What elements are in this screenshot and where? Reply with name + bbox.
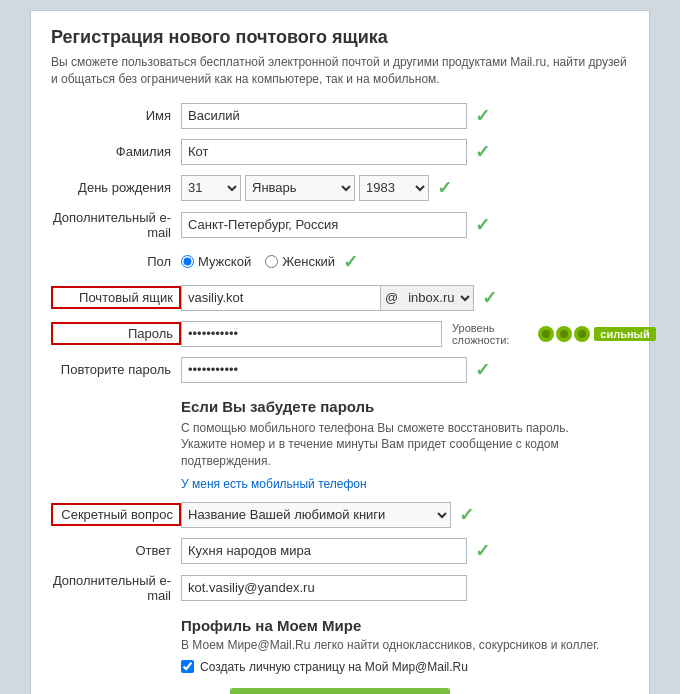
- gender-field-area: Мужской Женский ✓: [181, 251, 629, 273]
- city-field-area: ✓: [181, 212, 629, 238]
- recovery-title: Если Вы забудете пароль: [181, 398, 629, 415]
- name-check: ✓: [475, 105, 490, 127]
- strength-value: сильный: [594, 327, 655, 341]
- svg-point-1: [560, 330, 568, 338]
- gender-check: ✓: [343, 251, 358, 273]
- password-input[interactable]: [181, 321, 442, 347]
- dob-row: День рождения 31 Январь Февраль Март Апр…: [51, 174, 629, 202]
- dob-selects: 31 Январь Февраль Март Апрель Май Июнь И…: [181, 175, 429, 201]
- dob-check: ✓: [437, 177, 452, 199]
- email-at: @: [381, 290, 402, 305]
- strength-icons: [538, 326, 590, 342]
- secret-field-area: Название Вашей любимой книги Имя Вашего …: [181, 502, 629, 528]
- confirm-label: Повторите пароль: [51, 362, 181, 377]
- recovery-desc: С помощью мобильного телефона Вы сможете…: [181, 420, 629, 470]
- surname-check: ✓: [475, 141, 490, 163]
- recovery-section: Если Вы забудете пароль С помощью мобиль…: [181, 398, 629, 491]
- extra-email-input[interactable]: [181, 575, 467, 601]
- email-row: Почтовый ящик @ inbox.ru mail.ru bk.ru l…: [51, 284, 629, 312]
- surname-field-area: ✓: [181, 139, 629, 165]
- register-button[interactable]: Зарегистрироваться: [230, 688, 450, 694]
- email-input[interactable]: [181, 285, 381, 311]
- profile-checkbox-label: Создать личную страницу на Мой Мир@Mail.…: [200, 660, 468, 674]
- strength-label: Уровень сложности:: [452, 322, 534, 346]
- answer-label: Ответ: [51, 543, 181, 558]
- strength-icon-3: [574, 326, 590, 342]
- gender-options: Мужской Женский: [181, 254, 335, 269]
- extra-email-field-area: [181, 575, 629, 601]
- registration-form: Регистрация нового почтового ящика Вы см…: [30, 10, 650, 694]
- gender-male-label: Мужской: [198, 254, 251, 269]
- answer-input[interactable]: [181, 538, 467, 564]
- profile-checkbox[interactable]: [181, 660, 194, 673]
- name-row: Имя ✓: [51, 102, 629, 130]
- answer-row: Ответ ✓: [51, 537, 629, 565]
- password-strength-area: Уровень сложности: сильный: [452, 322, 656, 346]
- profile-checkbox-row[interactable]: Создать личную страницу на Мой Мир@Mail.…: [181, 660, 629, 674]
- strength-icon-1: [538, 326, 554, 342]
- city-label: Дополнительный e-mail: [51, 210, 181, 240]
- strength-icon-2: [556, 326, 572, 342]
- surname-label: Фамилия: [51, 144, 181, 159]
- email-input-area: @ inbox.ru mail.ru bk.ru list.ru: [181, 285, 474, 311]
- answer-field-area: ✓: [181, 538, 629, 564]
- confirm-field-area: ✓: [181, 357, 629, 383]
- city-check: ✓: [475, 214, 490, 236]
- email-domain-select[interactable]: inbox.ru mail.ru bk.ru list.ru: [402, 286, 473, 310]
- password-label: Пароль: [51, 322, 181, 345]
- gender-label: Пол: [51, 254, 181, 269]
- profile-title: Профиль на Моем Мире: [181, 617, 629, 634]
- password-field-area: Уровень сложности: сильный: [181, 321, 656, 347]
- secret-check: ✓: [459, 504, 474, 526]
- profile-desc: В Моем Мире@Mail.Ru легко найти одноклас…: [181, 638, 629, 652]
- city-row: Дополнительный e-mail ✓: [51, 210, 629, 240]
- email-domain-area: @ inbox.ru mail.ru bk.ru list.ru: [381, 285, 474, 311]
- secret-label: Секретный вопрос: [51, 503, 181, 526]
- gender-row: Пол Мужской Женский ✓: [51, 248, 629, 276]
- surname-row: Фамилия ✓: [51, 138, 629, 166]
- dob-month-select[interactable]: Январь Февраль Март Апрель Май Июнь Июль…: [245, 175, 355, 201]
- dob-year-select[interactable]: 1983: [359, 175, 429, 201]
- secret-select[interactable]: Название Вашей любимой книги Имя Вашего …: [181, 502, 451, 528]
- register-btn-area: Зарегистрироваться: [51, 688, 629, 694]
- email-check: ✓: [482, 287, 497, 309]
- svg-point-0: [542, 330, 550, 338]
- confirm-input[interactable]: [181, 357, 467, 383]
- gender-male-option[interactable]: Мужской: [181, 254, 251, 269]
- dob-field-area: 31 Январь Февраль Март Апрель Май Июнь И…: [181, 175, 629, 201]
- city-input[interactable]: [181, 212, 467, 238]
- answer-check: ✓: [475, 540, 490, 562]
- name-field-area: ✓: [181, 103, 629, 129]
- page-subtitle: Вы сможете пользоваться бесплатной элект…: [51, 54, 629, 88]
- gender-female-option[interactable]: Женский: [265, 254, 335, 269]
- gender-female-label: Женский: [282, 254, 335, 269]
- phone-link[interactable]: У меня есть мобильный телефон: [181, 477, 367, 491]
- name-label: Имя: [51, 108, 181, 123]
- secret-row: Секретный вопрос Название Вашей любимой …: [51, 501, 629, 529]
- extra-email-label: Дополнительный e-mail: [51, 573, 181, 603]
- profile-section: Профиль на Моем Мире В Моем Мире@Mail.Ru…: [181, 617, 629, 674]
- dob-day-select[interactable]: 31: [181, 175, 241, 201]
- svg-point-2: [578, 330, 586, 338]
- extra-email-row: Дополнительный e-mail: [51, 573, 629, 603]
- confirm-password-row: Повторите пароль ✓: [51, 356, 629, 384]
- surname-input[interactable]: [181, 139, 467, 165]
- page-title: Регистрация нового почтового ящика: [51, 27, 629, 48]
- name-input[interactable]: [181, 103, 467, 129]
- gender-female-radio[interactable]: [265, 255, 278, 268]
- email-label: Почтовый ящик: [51, 286, 181, 309]
- dob-label: День рождения: [51, 180, 181, 195]
- gender-male-radio[interactable]: [181, 255, 194, 268]
- confirm-check: ✓: [475, 359, 490, 381]
- password-row: Пароль Уровень сложности: сильный: [51, 320, 629, 348]
- email-field-area: @ inbox.ru mail.ru bk.ru list.ru ✓: [181, 285, 629, 311]
